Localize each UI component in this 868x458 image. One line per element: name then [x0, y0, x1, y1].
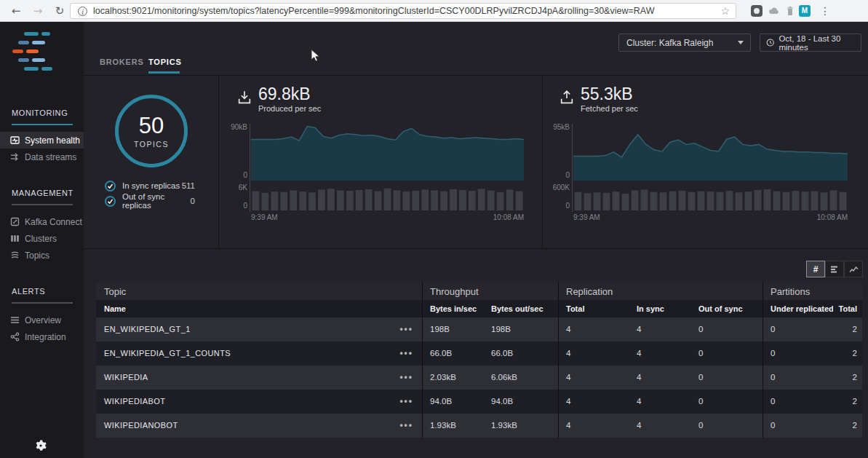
filter-label: In sync replicas [122, 181, 182, 190]
monitoring-rule [12, 124, 73, 125]
topic-name: EN_WIKIPEDIA_GT_1_COUNTS [104, 349, 231, 358]
date-range-button[interactable]: Oct, 18 - Last 30 minutes [760, 33, 861, 52]
cell-bytes-out: 6.06kB [484, 366, 558, 390]
y-axis-max: 600K [530, 183, 570, 192]
y-axis-max: 95kB [530, 123, 570, 131]
topics-table: Topic Throughput Replication Partitions … [96, 283, 862, 438]
cell-partitions-total: 2 [833, 390, 862, 414]
cell-bytes-in: 66.0B [422, 341, 484, 366]
date-range-value: Oct, 18 - Last 30 minutes [779, 34, 861, 52]
refresh-icon[interactable]: ↻ [51, 2, 68, 20]
table-row[interactable]: WIKIPEDIA••• 2.03kB 6.06kB 4 4 0 0 2 [96, 366, 862, 390]
forward-icon[interactable]: → [29, 2, 47, 20]
data-streams-icon [10, 152, 20, 162]
page-info-icon[interactable]: i [78, 7, 87, 16]
download-icon [236, 90, 252, 106]
settings-gear-icon[interactable] [34, 439, 47, 452]
cell-under-replicated: 0 [763, 317, 833, 341]
sidebar-item-label: Topics [25, 250, 49, 261]
divider [84, 75, 868, 76]
cell-out-of-sync: 0 [691, 317, 763, 341]
x-axis-end: 10:08 AM [817, 213, 848, 221]
check-icon [107, 198, 114, 205]
sidebar-item-topics[interactable]: Topics [0, 247, 84, 264]
table-row[interactable]: WIKIPEDIANOBOT••• 1.93kB 1.93kB 4 4 0 0 … [96, 414, 862, 438]
tab-brokers[interactable]: BROKERS [100, 58, 144, 66]
x-axis-start: 9:39 AM [251, 213, 278, 221]
y-axis-line [250, 124, 250, 212]
table-column-header: Name Bytes in/sec Bytes out/sec Total In… [96, 300, 862, 317]
url-text[interactable]: localhost:9021/monitoring/system/topics?… [93, 6, 714, 16]
cell-bytes-out: 66.0B [484, 341, 558, 366]
cell-repl-total: 4 [558, 366, 629, 390]
row-menu-icon[interactable]: ••• [399, 414, 413, 438]
group-throughput: Throughput [422, 283, 558, 301]
row-menu-icon[interactable]: ••• [399, 317, 413, 341]
y-axis-min: 0 [530, 171, 570, 179]
fetched-rate-label: Fetched per sec [581, 104, 638, 113]
sidebar-item-integration[interactable]: Integration [0, 328, 84, 345]
cell-partitions-total: 2 [833, 366, 862, 390]
topics-icon [10, 250, 20, 260]
col-bytes-in: Bytes in/sec [422, 300, 484, 317]
produced-rate-value: 69.8kB [258, 84, 311, 104]
checkbox-checked[interactable] [105, 181, 116, 192]
table-row[interactable]: EN_WIKIPEDIA_GT_1_COUNTS••• 66.0B 66.0B … [96, 341, 862, 366]
extension-icon[interactable] [751, 5, 763, 17]
line-view-button[interactable] [844, 261, 863, 277]
number-view-button[interactable]: # [806, 261, 825, 277]
address-bar[interactable]: i localhost:9021/monitoring/system/topic… [70, 3, 736, 19]
col-out-of-sync: Out of sync [691, 300, 763, 317]
fetched-area-chart [573, 125, 848, 181]
sidebar-item-clusters[interactable]: Clusters [0, 230, 84, 247]
cell-in-sync: 4 [629, 341, 691, 366]
cloud-extension-icon[interactable] [768, 5, 780, 17]
cell-partitions-total: 2 [833, 341, 862, 366]
kafka-connect-icon [10, 217, 20, 226]
checkbox-checked[interactable] [105, 196, 116, 207]
cell-under-replicated: 0 [763, 341, 833, 366]
back-icon[interactable]: ← [7, 2, 25, 20]
management-rule [12, 204, 73, 205]
bookmark-star-icon[interactable]: ☆ [720, 5, 730, 17]
col-bytes-out: Bytes out/sec [484, 300, 558, 317]
topics-count-circle: 50 TOPICS [115, 95, 188, 167]
divider [542, 75, 543, 248]
chevron-down-icon [738, 41, 744, 44]
sidebar-item-system-health[interactable]: System health [0, 132, 84, 149]
sidebar-item-overview[interactable]: Overview [0, 312, 84, 328]
line-chart-icon [849, 265, 859, 274]
bar-view-button[interactable] [825, 261, 844, 277]
row-menu-icon[interactable]: ••• [399, 366, 413, 390]
col-partitions-total: Total [833, 300, 862, 317]
sidebar-item-kafka-connect[interactable]: Kafka Connect [0, 213, 84, 230]
overview-icon [10, 315, 20, 325]
tab-topics[interactable]: TOPICS [148, 58, 182, 66]
cluster-selector[interactable]: Cluster: Kafka Raleigh [618, 33, 751, 52]
clusters-icon [10, 234, 20, 243]
cell-bytes-in: 94.0B [422, 390, 484, 414]
topic-name: EN_WIKIPEDIA_GT_1 [104, 325, 191, 333]
sidebar-item-data-streams[interactable]: Data streams [0, 149, 84, 165]
filter-value: 0 [191, 197, 195, 205]
mouse-cursor [311, 49, 322, 63]
row-menu-icon[interactable]: ••• [399, 341, 413, 366]
table-row[interactable]: WIKIPEDIABOT••• 94.0B 94.0B 4 4 0 0 2 [96, 390, 862, 414]
m-extension-icon[interactable]: M [799, 5, 811, 17]
system-health-icon [10, 135, 20, 145]
browser-menu-icon[interactable]: ⋮ [818, 3, 832, 19]
col-repl-total: Total [558, 300, 629, 317]
cell-bytes-in: 198B [422, 317, 484, 341]
table-row[interactable]: EN_WIKIPEDIA_GT_1••• 198B 198B 4 4 0 0 2 [96, 317, 862, 341]
group-partitions: Partitions [763, 283, 862, 301]
cell-repl-total: 4 [558, 390, 629, 414]
row-menu-icon[interactable]: ••• [399, 390, 413, 414]
trash-extension-icon[interactable] [784, 5, 796, 17]
section-monitoring-label: MONITORING [12, 108, 68, 117]
app-window: MONITORING System health Data streams MA… [0, 22, 868, 458]
sidebar-item-label: Kafka Connect [25, 217, 82, 227]
col-under-replicated: Under replicated [763, 300, 833, 317]
cell-repl-total: 4 [558, 317, 629, 341]
x-axis-labels: 9:39 AM 10:08 AM [573, 213, 848, 221]
cell-bytes-out: 1.93kB [484, 414, 558, 438]
